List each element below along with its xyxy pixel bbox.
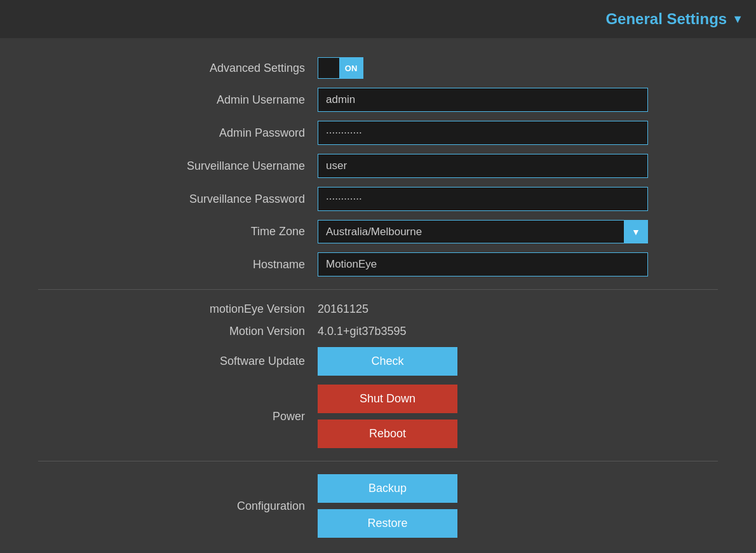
shutdown-button[interactable]: Shut Down — [318, 385, 457, 413]
surveillance-password-input[interactable] — [318, 187, 648, 211]
power-label: Power — [38, 410, 318, 423]
surveillance-username-control — [318, 154, 648, 178]
config-section: Configuration Backup Restore — [38, 474, 718, 538]
power-buttons: Shut Down Reboot — [318, 385, 457, 448]
admin-username-label: Admin Username — [38, 93, 318, 107]
motion-version-row: Motion Version 4.0.1+git37b3595 — [38, 325, 718, 338]
hostname-label: Hostname — [38, 258, 318, 271]
advanced-settings-toggle[interactable]: ON — [318, 57, 363, 79]
surveillance-password-row: Surveillance Password — [38, 187, 718, 211]
admin-password-label: Admin Password — [38, 126, 318, 140]
advanced-settings-label: Advanced Settings — [38, 62, 318, 75]
surveillance-username-label: Surveillance Username — [38, 160, 318, 173]
chevron-down-icon[interactable]: ▼ — [732, 13, 743, 26]
advanced-settings-control: ON — [318, 57, 648, 79]
motioneye-version-row: motionEye Version 20161125 — [38, 303, 718, 316]
power-row: Power Shut Down Reboot — [38, 385, 718, 448]
surveillance-username-input[interactable] — [318, 154, 648, 178]
divider-2 — [38, 461, 718, 461]
settings-section: Advanced Settings ON Admin Username Admi… — [38, 57, 718, 276]
timezone-label: Time Zone — [38, 225, 318, 238]
reboot-button[interactable]: Reboot — [318, 420, 457, 448]
admin-password-input[interactable] — [318, 121, 648, 145]
backup-button[interactable]: Backup — [318, 474, 457, 503]
surveillance-password-control — [318, 187, 648, 211]
hostname-row: Hostname — [38, 252, 718, 276]
toggle-track — [318, 58, 339, 78]
info-section: motionEye Version 20161125 Motion Versio… — [38, 303, 718, 448]
header-title-text: General Settings — [605, 10, 727, 28]
software-update-row: Software Update Check — [38, 347, 718, 376]
admin-password-control — [318, 121, 648, 145]
config-row: Configuration Backup Restore — [38, 474, 718, 538]
main-content: Advanced Settings ON Admin Username Admi… — [0, 38, 756, 553]
header: General Settings ▼ — [0, 0, 756, 38]
admin-username-row: Admin Username — [38, 88, 718, 112]
restore-button[interactable]: Restore — [318, 509, 457, 538]
admin-password-row: Admin Password — [38, 121, 718, 145]
divider-1 — [38, 289, 718, 290]
surveillance-password-label: Surveillance Password — [38, 193, 318, 206]
motion-version-value: 4.0.1+git37b3595 — [318, 325, 407, 338]
timezone-control: Australia/Melbourne Australia/Sydney Aus… — [318, 220, 648, 243]
config-buttons: Backup Restore — [318, 474, 457, 538]
hostname-input[interactable] — [318, 252, 648, 276]
toggle-on-label: ON — [339, 58, 363, 78]
software-update-label: Software Update — [38, 355, 318, 368]
motioneye-version-value: 20161125 — [318, 303, 368, 316]
timezone-row: Time Zone Australia/Melbourne Australia/… — [38, 220, 718, 243]
surveillance-username-row: Surveillance Username — [38, 154, 718, 178]
admin-username-input[interactable] — [318, 88, 648, 112]
header-title: General Settings ▼ — [605, 10, 743, 28]
advanced-settings-row: Advanced Settings ON — [38, 57, 718, 79]
timezone-select[interactable]: Australia/Melbourne Australia/Sydney Aus… — [318, 220, 648, 243]
check-button[interactable]: Check — [318, 347, 457, 376]
hostname-control — [318, 252, 648, 276]
motion-version-label: Motion Version — [38, 325, 318, 338]
admin-username-control — [318, 88, 648, 112]
motioneye-version-label: motionEye Version — [38, 303, 318, 316]
config-label: Configuration — [38, 500, 318, 513]
